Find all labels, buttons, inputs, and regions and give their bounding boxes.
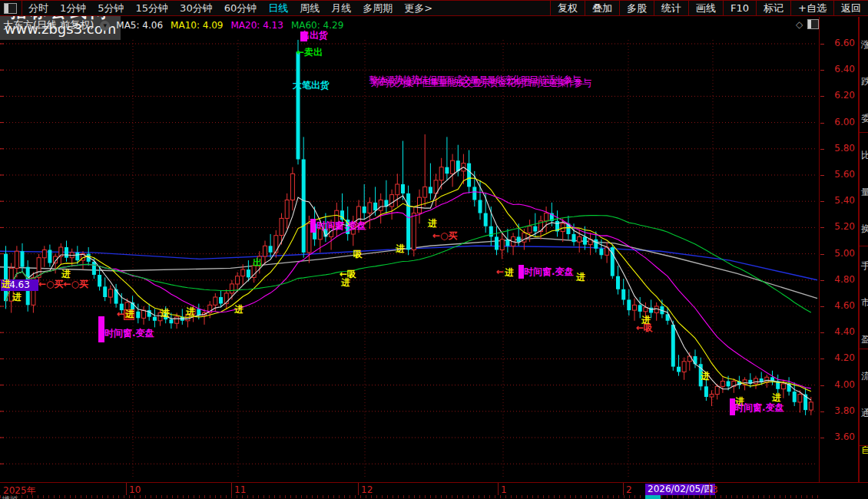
price-axis-label: 6.60	[823, 38, 855, 48]
ma-value: MA20: 4.13	[230, 20, 283, 31]
price-axis-tick	[820, 332, 824, 333]
chart-title: 大东方(日线.前复权)	[3, 18, 94, 32]
price-axis: 6.606.406.206.005.805.605.405.205.004.80…	[819, 17, 859, 482]
top-toolbar: 分时1分钟5分钟15分钟30分钟60分钟日线周线月线多周期更多> 复权叠加多股统…	[0, 0, 868, 16]
period-menu: 分时1分钟5分钟15分钟30分钟60分钟日线周线月线多周期更多>	[28, 2, 444, 15]
toolbar-divider	[22, 0, 22, 16]
ma-values: MA5: 4.06MA10: 4.09MA20: 4.13MA60: 4.29	[116, 20, 343, 31]
candlestick-chart[interactable]	[0, 17, 819, 482]
period-分时[interactable]: 分时	[28, 2, 48, 15]
clipped-fragment: 博览	[2, 494, 28, 499]
price-axis-label: 3.80	[823, 405, 855, 416]
price-axis-label: 5.00	[823, 248, 855, 259]
time-axis-label: 11	[234, 484, 246, 495]
right-strip-divider	[860, 349, 868, 349]
right-strip-divider	[860, 132, 868, 133]
price-axis-tick	[820, 149, 824, 150]
time-axis-label: 1	[501, 484, 507, 495]
period-30分钟[interactable]: 30分钟	[180, 2, 213, 15]
ma-value: MA5: 4.06	[116, 20, 163, 31]
period-多周期[interactable]: 多周期	[363, 2, 393, 15]
toolbar-button-复权[interactable]: 复权	[550, 1, 585, 15]
time-axis-separator	[498, 483, 499, 495]
price-axis-tick	[820, 359, 824, 359]
time-axis-label: 3	[712, 484, 718, 495]
time-axis-label: 12	[361, 484, 373, 495]
price-axis-tick	[820, 306, 824, 307]
price-axis-tick	[820, 438, 824, 438]
price-axis-tick	[820, 123, 824, 124]
right-strip-glyph: 通	[861, 407, 868, 420]
period-更多>[interactable]: 更多>	[404, 2, 432, 15]
ma-value: MA10: 4.09	[171, 20, 223, 31]
time-axis: 2025年101112122026/02/05/四3	[0, 482, 868, 496]
price-axis-tick	[820, 70, 824, 71]
price-axis-label: 5.40	[823, 195, 855, 206]
ma-value: MA60: 4.29	[291, 20, 343, 31]
toolbar-buttons: 复权叠加多股统计画线F10标记+自选返回	[550, 1, 868, 15]
period-月线[interactable]: 月线	[331, 2, 351, 15]
right-strip-glyph: 手	[861, 259, 868, 273]
price-axis-tick	[820, 44, 824, 45]
toolbar-button-返回[interactable]: 返回	[833, 1, 868, 15]
time-axis-label: 2	[626, 484, 632, 495]
toolbar-button-标记[interactable]: 标记	[756, 1, 790, 15]
minor-tick-row	[0, 495, 820, 498]
time-axis-separator	[623, 483, 624, 495]
price-axis-label: 6.00	[823, 117, 855, 127]
clipped-fragment	[645, 495, 661, 499]
right-strip-divider	[860, 246, 868, 246]
right-strip-glyph: 流	[861, 370, 868, 383]
price-axis-label: 5.20	[823, 221, 855, 232]
right-panel-clipped: 涨跌委比量换手市盈流通自	[859, 17, 868, 482]
price-axis-label: 4.20	[823, 352, 855, 363]
current-price-tag: 4.63	[1, 279, 38, 291]
period-60分钟[interactable]: 60分钟	[224, 2, 257, 15]
period-5分钟[interactable]: 5分钟	[98, 2, 124, 15]
right-strip-glyph: 委	[861, 112, 868, 125]
toolbar-button-多股[interactable]: 多股	[619, 1, 654, 15]
right-strip-glyph: 量	[861, 186, 868, 199]
price-axis-tick	[820, 175, 824, 176]
chart-corner-icons: ◇	[796, 19, 819, 30]
price-axis-label: 4.60	[823, 300, 855, 311]
right-strip-glyph: 市	[861, 296, 868, 309]
period-15分钟[interactable]: 15分钟	[136, 2, 169, 15]
right-strip-glyph: 盈	[861, 333, 868, 346]
right-strip-divider	[860, 445, 868, 446]
selected-date-tag: 2026/02/05/四	[645, 484, 715, 495]
price-axis-label: 6.40	[823, 64, 855, 74]
time-axis-separator	[126, 483, 127, 495]
toolbar-button-+自选[interactable]: +自选	[790, 1, 833, 15]
right-strip-glyph: 涨	[861, 38, 868, 51]
toolbar-button-画线[interactable]: 画线	[688, 1, 723, 15]
price-axis-tick	[820, 385, 824, 386]
right-strip-glyph: 换	[861, 223, 868, 236]
time-axis-separator	[231, 483, 232, 495]
price-axis-label: 5.80	[823, 143, 855, 154]
toolbar-button-统计[interactable]: 统计	[654, 1, 688, 15]
toolbar-button-叠加[interactable]: 叠加	[585, 1, 619, 15]
time-axis-label: 10	[129, 484, 141, 495]
right-strip-glyph: 比	[861, 149, 868, 162]
price-axis-label: 4.80	[823, 274, 855, 285]
price-axis-label: 4.00	[823, 379, 855, 390]
toolbar-button-F10[interactable]: F10	[723, 1, 756, 15]
price-axis-label: 4.40	[823, 326, 855, 337]
price-axis-label: 5.60	[823, 169, 855, 180]
chevron-down-icon[interactable]: ▾	[100, 21, 110, 31]
period-日线[interactable]: 日线	[268, 2, 288, 15]
price-axis-label: 3.60	[823, 431, 855, 442]
diamond-icon[interactable]: ◇	[796, 19, 803, 30]
time-axis-separator	[709, 483, 710, 495]
right-strip-glyph: 跌	[861, 75, 868, 88]
price-axis-tick	[820, 411, 824, 412]
window-panel-icon[interactable]	[4, 3, 17, 14]
split-panel-icon[interactable]	[807, 19, 819, 29]
period-1分钟[interactable]: 1分钟	[60, 2, 86, 15]
price-axis-tick	[820, 96, 824, 97]
price-axis-tick	[820, 201, 824, 202]
price-axis-tick	[820, 254, 824, 255]
period-周线[interactable]: 周线	[300, 2, 320, 15]
chart-header: 大东方(日线.前复权) ▾ MA5: 4.06MA10: 4.09MA20: 4…	[3, 18, 343, 32]
